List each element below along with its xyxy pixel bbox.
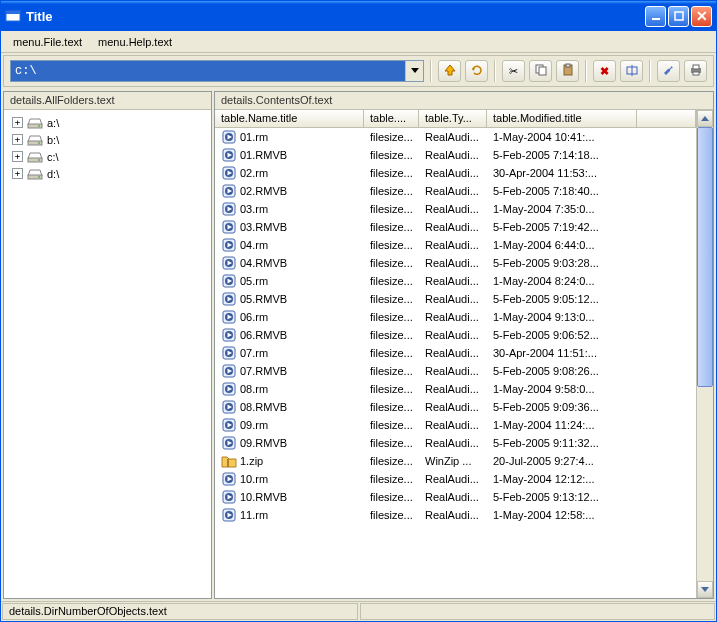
table-row[interactable]: 02.RMVBfilesize...RealAudi...5-Feb-2005 …	[215, 182, 696, 200]
window-title: Title	[26, 9, 645, 24]
status-left: details.DirNumberOfObjects.text	[2, 603, 358, 620]
scroll-track[interactable]	[697, 127, 713, 581]
scissors-icon: ✂	[509, 65, 518, 78]
expander-icon[interactable]: +	[12, 168, 23, 179]
cell-type: RealAudi...	[419, 184, 487, 198]
table-row[interactable]: 03.RMVBfilesize...RealAudi...5-Feb-2005 …	[215, 218, 696, 236]
table-row[interactable]: 11.rmfilesize...RealAudi...1-May-2004 12…	[215, 506, 696, 524]
table-row[interactable]: 02.rmfilesize...RealAudi...30-Apr-2004 1…	[215, 164, 696, 182]
file-name-label: 08.RMVB	[240, 401, 287, 413]
paste-button[interactable]	[556, 60, 579, 82]
cut-button[interactable]: ✂	[502, 60, 525, 82]
printer-icon	[689, 63, 703, 79]
menu-help[interactable]: menu.Help.text	[90, 34, 180, 50]
cell-modified: 1-May-2004 9:13:0...	[487, 310, 637, 324]
cell-name: 05.rm	[215, 272, 364, 290]
table-row[interactable]: 01.rmfilesize...RealAudi...1-May-2004 10…	[215, 128, 696, 146]
table-row[interactable]: 08.rmfilesize...RealAudi...1-May-2004 9:…	[215, 380, 696, 398]
tree-item[interactable]: +c:\	[6, 148, 209, 165]
close-button[interactable]: ✕	[691, 6, 712, 27]
table-row[interactable]: 05.RMVBfilesize...RealAudi...5-Feb-2005 …	[215, 290, 696, 308]
scroll-down-button[interactable]	[697, 581, 713, 598]
content-area: details.AllFolders.text +a:\+b:\+c:\+d:\…	[3, 91, 714, 599]
folder-tree[interactable]: +a:\+b:\+c:\+d:\	[4, 110, 211, 598]
file-icon	[221, 183, 237, 199]
cell-name: 02.rm	[215, 164, 364, 182]
cell-name: 01.RMVB	[215, 146, 364, 164]
table-row[interactable]: 10.RMVBfilesize...RealAudi...5-Feb-2005 …	[215, 488, 696, 506]
cell-name: 06.rm	[215, 308, 364, 326]
file-icon	[221, 417, 237, 433]
cell-modified: 5-Feb-2005 7:19:42...	[487, 220, 637, 234]
titlebar[interactable]: Title ✕	[1, 1, 716, 31]
file-name-label: 06.RMVB	[240, 329, 287, 341]
table-row[interactable]: 07.rmfilesize...RealAudi...30-Apr-2004 1…	[215, 344, 696, 362]
delete-button[interactable]: ✖	[593, 60, 616, 82]
table-row[interactable]: 03.rmfilesize...RealAudi...1-May-2004 7:…	[215, 200, 696, 218]
file-icon	[221, 363, 237, 379]
cell-modified: 1-May-2004 10:41:...	[487, 130, 637, 144]
cell-size: filesize...	[364, 364, 419, 378]
maximize-button[interactable]	[668, 6, 689, 27]
table-row[interactable]: 06.rmfilesize...RealAudi...1-May-2004 9:…	[215, 308, 696, 326]
file-icon	[221, 399, 237, 415]
print-button[interactable]	[684, 60, 707, 82]
column-header-type[interactable]: table.Ty...	[419, 110, 487, 127]
address-input[interactable]	[11, 61, 405, 81]
up-button[interactable]	[438, 60, 461, 82]
address-dropdown-button[interactable]	[405, 61, 423, 81]
tree-item[interactable]: +a:\	[6, 114, 209, 131]
rename-button[interactable]	[620, 60, 643, 82]
expander-icon[interactable]: +	[12, 117, 23, 128]
file-name-label: 07.rm	[240, 347, 268, 359]
file-icon	[221, 237, 237, 253]
file-icon	[221, 291, 237, 307]
column-header-size[interactable]: table....	[364, 110, 419, 127]
column-header-modified[interactable]: table.Modified.title	[487, 110, 637, 127]
tree-item[interactable]: +b:\	[6, 131, 209, 148]
table-row[interactable]: 06.RMVBfilesize...RealAudi...5-Feb-2005 …	[215, 326, 696, 344]
table-row[interactable]: 10.rmfilesize...RealAudi...1-May-2004 12…	[215, 470, 696, 488]
table-row[interactable]: 09.rmfilesize...RealAudi...1-May-2004 11…	[215, 416, 696, 434]
table-row[interactable]: 1.zipfilesize...WinZip ...20-Jul-2005 9:…	[215, 452, 696, 470]
copy-button[interactable]	[529, 60, 552, 82]
tree-item[interactable]: +d:\	[6, 165, 209, 182]
cell-name: 09.rm	[215, 416, 364, 434]
svg-rect-15	[693, 72, 699, 75]
refresh-button[interactable]	[465, 60, 488, 82]
column-header-name[interactable]: table.Name.title	[215, 110, 364, 127]
table-row[interactable]: 09.RMVBfilesize...RealAudi...5-Feb-2005 …	[215, 434, 696, 452]
file-name-label: 02.rm	[240, 167, 268, 179]
file-name-label: 08.rm	[240, 383, 268, 395]
table-row[interactable]: 04.RMVBfilesize...RealAudi...5-Feb-2005 …	[215, 254, 696, 272]
menu-file[interactable]: menu.File.text	[5, 34, 90, 50]
table-row[interactable]: 05.rmfilesize...RealAudi...1-May-2004 8:…	[215, 272, 696, 290]
table-row[interactable]: 01.RMVBfilesize...RealAudi...5-Feb-2005 …	[215, 146, 696, 164]
table-header-row: table.Name.title table.... table.Ty... t…	[215, 110, 696, 128]
column-header-spacer[interactable]	[637, 110, 696, 127]
file-name-label: 09.rm	[240, 419, 268, 431]
wrench-icon	[662, 63, 676, 79]
toolbar-separator	[585, 60, 587, 82]
file-icon	[221, 129, 237, 145]
vertical-scrollbar[interactable]	[696, 110, 713, 598]
cell-modified: 1-May-2004 7:35:0...	[487, 202, 637, 216]
expander-icon[interactable]: +	[12, 151, 23, 162]
cell-size: filesize...	[364, 220, 419, 234]
cell-modified: 5-Feb-2005 9:09:36...	[487, 400, 637, 414]
cell-name: 07.rm	[215, 344, 364, 362]
table-body[interactable]: 01.rmfilesize...RealAudi...1-May-2004 10…	[215, 128, 696, 598]
table-row[interactable]: 07.RMVBfilesize...RealAudi...5-Feb-2005 …	[215, 362, 696, 380]
tree-item-label: a:\	[47, 117, 59, 129]
address-combo[interactable]	[10, 60, 424, 82]
minimize-button[interactable]	[645, 6, 666, 27]
properties-button[interactable]	[657, 60, 680, 82]
scroll-up-button[interactable]	[697, 110, 713, 127]
table-row[interactable]: 04.rmfilesize...RealAudi...1-May-2004 6:…	[215, 236, 696, 254]
file-icon	[221, 327, 237, 343]
expander-icon[interactable]: +	[12, 134, 23, 145]
table-row[interactable]: 08.RMVBfilesize...RealAudi...5-Feb-2005 …	[215, 398, 696, 416]
svg-marker-4	[411, 68, 419, 73]
scroll-thumb[interactable]	[697, 127, 713, 387]
cell-name: 02.RMVB	[215, 182, 364, 200]
